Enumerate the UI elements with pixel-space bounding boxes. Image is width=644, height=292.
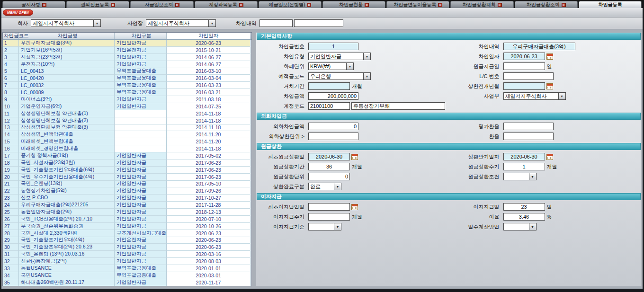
- tab-3[interactable]: 자금일보조회: [130, 1, 193, 8]
- business-site-select[interactable]: 제일저지주식회사: [146, 19, 216, 27]
- loan-desc-search-input[interactable]: [259, 19, 293, 27]
- grid-row[interactable]: 3시설자금(23억3천)기업일반자금2014-06-27: [3, 54, 251, 61]
- input-field[interactable]: [503, 133, 554, 140]
- grid-row[interactable]: 18국민_시설자금(23억3천)기업일반자금2017-06-23: [3, 159, 251, 167]
- grid-row[interactable]: 20국민_우수기술기업신용대출(4억)기업일반자금2017-06-23: [3, 174, 251, 181]
- tab-6[interactable]: 차입금현황: [322, 1, 385, 8]
- grid-row[interactable]: 11삼성생명단체보험 약관대출(1)2014-11-18: [3, 110, 251, 117]
- grid-row[interactable]: 31국민_온렌딩 (13억) 20.03.16기업일반자금2020-03-16: [3, 251, 251, 258]
- grid-row[interactable]: 34국민USANCE무역포괄금융대출2020-03-01: [3, 272, 251, 279]
- tab-close-icon[interactable]: [42, 3, 46, 7]
- input-field[interactable]: [308, 82, 350, 90]
- grid-row[interactable]: 24우리구매자금대출(2억)221205기업일반자금2017-11-28: [3, 202, 251, 209]
- tab-9[interactable]: 차입금상환조회: [515, 1, 578, 8]
- tab-close-icon[interactable]: [307, 3, 311, 7]
- input-field[interactable]: 1: [503, 163, 545, 170]
- grid-row[interactable]: 7LC_00032무역포괄금융대출2016-03-23: [3, 82, 251, 89]
- input-field[interactable]: [308, 213, 350, 221]
- dropdown-arrow-icon[interactable]: [529, 223, 537, 230]
- tab-2[interactable]: 결의전표등록: [66, 1, 129, 8]
- tab-close-icon[interactable]: [438, 3, 442, 7]
- input-field[interactable]: [503, 62, 545, 70]
- company-select[interactable]: 제일저지주식회사: [31, 19, 101, 27]
- dropdown-arrow-icon[interactable]: [208, 19, 216, 27]
- grid-row[interactable]: 17중기청 정책자금(1억)기업일반자금2017-05-02: [3, 152, 251, 159]
- dropdown-arrow-icon[interactable]: [334, 223, 341, 230]
- combo-field[interactable]: 완료: [308, 183, 341, 190]
- grid-row[interactable]: 9마이너스(3억)기업일반자금2011-03-18: [3, 96, 251, 103]
- tab-8[interactable]: 차입금상환계획: [450, 1, 513, 8]
- grid-row[interactable]: 14삼성생명_변액약관대출2014-11-20: [3, 131, 251, 138]
- grid-row[interactable]: 6LC_00420무역포괄금융대출2016-03-04: [3, 75, 251, 82]
- combo-field[interactable]: 우리은행: [308, 72, 371, 80]
- grid-row[interactable]: 12삼성생명단체보험 약관대출(2)2014-11-18: [3, 117, 251, 124]
- grid-row[interactable]: 13삼성생명단체보험 약관대출(3)2014-11-18: [3, 124, 251, 132]
- calendar-icon[interactable]: [546, 154, 553, 160]
- input-field[interactable]: 0: [308, 123, 358, 130]
- input-field[interactable]: 2020-06-23: [503, 53, 545, 60]
- combo-field[interactable]: 제일저지주식회사: [503, 92, 566, 100]
- tab-close-icon[interactable]: [111, 3, 115, 7]
- tab-4[interactable]: 계정과목등록: [195, 1, 258, 8]
- dropdown-arrow-icon[interactable]: [363, 53, 371, 60]
- calendar-icon[interactable]: [351, 154, 358, 160]
- combo-field[interactable]: [503, 173, 537, 180]
- grid-row[interactable]: 26국민_TCB신용대출(2억) 20.7.10기업일반자금2020-07-10: [3, 216, 251, 223]
- input-field[interactable]: 23: [503, 203, 545, 211]
- input-field[interactable]: 200,000,000: [308, 92, 358, 100]
- input-field[interactable]: 우리구매자금대출(3억): [503, 43, 575, 50]
- tab-1[interactable]: 공지사항: [2, 1, 65, 8]
- grid-row[interactable]: 21국민_온렌딩(13억)기업일반자금2017-05-10: [3, 181, 251, 188]
- input-field[interactable]: [308, 203, 350, 211]
- grid-row[interactable]: 16미래에셋_경영인보험대출2014-11-18: [3, 145, 251, 152]
- tab-5[interactable]: 예금일보(은행별): [259, 1, 322, 8]
- grid-row[interactable]: 22농협장기차입금(5억)기업일반자금2017-09-26: [3, 187, 251, 195]
- input-field[interactable]: [503, 72, 554, 80]
- grid-row[interactable]: 15미래에셋_변액보험대출2014-11-20: [3, 138, 251, 145]
- grid-row[interactable]: 35하나대출260백만원 20.11.17기업일반자금2020-11-17: [3, 279, 251, 286]
- input-field[interactable]: 2020-06-30: [503, 153, 545, 160]
- input-field[interactable]: 1: [308, 43, 358, 50]
- dropdown-arrow-icon[interactable]: [93, 19, 101, 27]
- dropdown-arrow-icon[interactable]: [363, 72, 371, 80]
- input-field[interactable]: 유동성장기부채: [351, 102, 445, 110]
- tab-7[interactable]: 차입금변동이율등록: [386, 1, 449, 8]
- dropdown-arrow-icon[interactable]: [334, 183, 341, 190]
- grid-row[interactable]: 2기업기보(16억5천)기업운전자금2015-10-21: [3, 47, 251, 54]
- tab-close-icon[interactable]: [562, 3, 566, 7]
- grid-row[interactable]: 25농협일반자금대출(2억)기업일반자금2018-12-13: [3, 209, 251, 216]
- grid-row[interactable]: 33농협USANCE무역포괄금융대출2020-01-01: [3, 265, 251, 272]
- input-field[interactable]: [503, 123, 554, 130]
- grid-row[interactable]: 4운전자금(10억)기업일반자금2014-06-27: [3, 61, 251, 68]
- dropdown-arrow-icon[interactable]: [558, 92, 566, 100]
- input-field[interactable]: 21001100: [308, 102, 350, 110]
- combo-field[interactable]: 기업일반자금: [308, 53, 371, 60]
- combo-field[interactable]: KRW(₩): [308, 62, 354, 70]
- menu-open-button[interactable]: MENU OPEN: [3, 9, 33, 16]
- tab-close-icon[interactable]: [239, 3, 243, 7]
- grid-row[interactable]: 10기업운영자금(6억)기업일반자금2014-07-25: [3, 103, 251, 110]
- input-field[interactable]: 0: [308, 173, 350, 180]
- combo-field[interactable]: [308, 223, 341, 230]
- dropdown-arrow-icon[interactable]: [529, 173, 537, 180]
- tab-close-icon[interactable]: [365, 3, 369, 7]
- grid-row[interactable]: 29국민_기술창조기업우대(4억)기업운전자금2020-06-23: [3, 237, 251, 244]
- tab-close-icon[interactable]: [498, 3, 502, 7]
- tab-10[interactable]: 차입금등록: [579, 1, 642, 8]
- input-field[interactable]: [503, 82, 545, 90]
- calendar-icon[interactable]: [546, 83, 553, 89]
- grid-row[interactable]: 27부국증권_선순위유동화증권기업일반자금2020-10-26: [3, 223, 251, 230]
- grid-row[interactable]: 1우리구매자금대출(3억)기업일반자금2020-06-23: [3, 40, 251, 47]
- tab-close-icon[interactable]: [175, 3, 179, 7]
- combo-field[interactable]: [503, 223, 537, 230]
- input-field[interactable]: 3.46: [503, 213, 545, 221]
- grid-row[interactable]: 32신한(-)통장예금(2억)기업일반자금2020-08-03: [3, 258, 251, 265]
- input-field[interactable]: [308, 133, 358, 140]
- dropdown-arrow-icon[interactable]: [346, 62, 354, 70]
- calendar-icon[interactable]: [546, 53, 553, 60]
- grid-row[interactable]: 30국민_기술창조우대(2억) 20.6.23기업일반자금2020-06-23: [3, 244, 251, 251]
- grid-row[interactable]: 19국민_기술창조기업우대대출(6억)기업일반자금2017-06-23: [3, 167, 251, 174]
- calendar-icon[interactable]: [351, 204, 358, 210]
- grid-row[interactable]: 5LC_00413무역포괄금융대출2016-03-10: [3, 68, 251, 75]
- grid-row[interactable]: 28국민_시설대 2,330백만원구조개선시설자금대출2020-06-23: [3, 230, 251, 237]
